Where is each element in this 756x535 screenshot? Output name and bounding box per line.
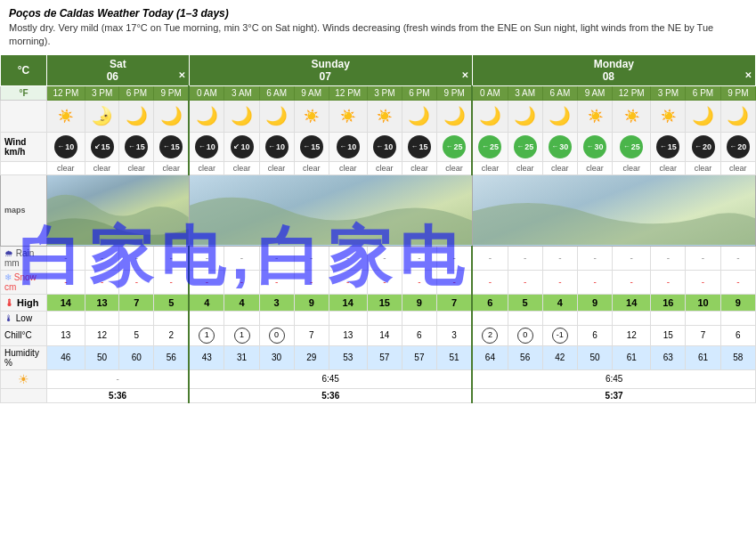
time-sun-7: 9 PM (436, 85, 472, 100)
rain-sun-7: - (436, 246, 472, 270)
time-sun-4: 12 PM (329, 85, 367, 100)
high-sun-7: 7 (436, 294, 472, 311)
time-sun-3: 9 AM (294, 85, 329, 100)
snow-sun-6: - (402, 270, 436, 294)
mon-expand-icon[interactable]: ✕ (744, 70, 752, 80)
chill-mon-1: 0 (508, 325, 542, 345)
rain-sun-5: - (367, 246, 402, 270)
snow-sat-3: - (154, 270, 189, 294)
wind-row: Wind km/h ←10 ↙15 ←15 ←15 ←10 ↙10 ←10 ←1… (1, 132, 756, 161)
icon-sun-4: ☀️ (329, 100, 367, 132)
time-sun-2: 6 AM (259, 85, 294, 100)
snow-sun-5: - (367, 270, 402, 294)
high-sat-0: 14 (47, 294, 85, 311)
chill-mon-5: 15 (651, 325, 686, 345)
hum-mon-1: 56 (508, 345, 542, 369)
time-mon-4: 12 PM (613, 85, 651, 100)
chill-row: Chill°C 13 12 5 2 1 1 0 7 13 14 6 3 2 (1, 325, 756, 345)
hum-sun-1: 31 (224, 345, 259, 369)
sky-sun-4: clear (329, 161, 367, 174)
wind-sun-0: ←10 (189, 132, 224, 161)
fahrenheit-toggle[interactable]: °F (1, 85, 47, 100)
weather-table: °C Sat 06 ✕ Sunday 07 ✕ Monday 08 ✕ °F (0, 54, 756, 403)
time-sat-1: 3 PM (85, 85, 119, 100)
mon-sunrise: 5:37 (472, 388, 755, 402)
high-mon-0: 6 (472, 294, 508, 311)
wind-sun-5: ←10 (367, 132, 402, 161)
low-sun-3 (294, 311, 329, 325)
time-mon-3: 9 AM (577, 85, 612, 100)
rain-mon-0: - (472, 246, 508, 270)
sky-mon-5: clear (651, 161, 686, 174)
chill-sun-2: 0 (259, 325, 294, 345)
rain-mon-6: - (686, 246, 720, 270)
snow-mon-5: - (651, 270, 686, 294)
hum-sun-0: 43 (189, 345, 224, 369)
mon-header: Monday 08 ✕ (472, 54, 755, 85)
snow-sun-4: - (329, 270, 367, 294)
low-sun-7 (436, 311, 472, 325)
map-sat (47, 174, 190, 246)
high-sun-3: 9 (294, 294, 329, 311)
snow-mon-7: - (720, 270, 755, 294)
high-sun-1: 4 (224, 294, 259, 311)
high-row: 🌡 High 14 13 7 5 4 4 3 9 14 15 9 7 6 5 4… (1, 294, 756, 311)
sat-expand-icon[interactable]: ✕ (178, 70, 185, 80)
chill-mon-3: 6 (577, 325, 612, 345)
icon-mon-2: 🌙 (542, 100, 577, 132)
sun-expand-icon[interactable]: ✕ (461, 70, 468, 80)
time-mon-1: 3 AM (508, 85, 542, 100)
sky-mon-0: clear (472, 161, 508, 174)
high-mon-3: 9 (577, 294, 612, 311)
snow-sat-1: - (85, 270, 119, 294)
rain-sun-0: - (189, 246, 224, 270)
chill-sat-3: 2 (154, 325, 189, 345)
high-sun-2: 3 (259, 294, 294, 311)
time-row: °F 12 PM 3 PM 6 PM 9 PM 0 AM 3 AM 6 AM 9… (1, 85, 756, 100)
sun-header: Sunday 07 ✕ (189, 54, 472, 85)
wind-mon-0: ←25 (472, 132, 508, 161)
wind-mon-2: ←30 (542, 132, 577, 161)
icon-mon-3: ☀️ (577, 100, 612, 132)
sun-sunrise: 5:36 (189, 388, 472, 402)
sky-sun-1: clear (224, 161, 259, 174)
high-sun-4: 14 (329, 294, 367, 311)
chill-sun-5: 14 (367, 325, 402, 345)
icon-sun-2: 🌙 (259, 100, 294, 132)
wind-mon-3: ←30 (577, 132, 612, 161)
low-mon-7 (720, 311, 755, 325)
sunrise-icon-label: ☀ (1, 369, 47, 388)
chill-mon-2: -1 (542, 325, 577, 345)
low-row: 🌡 Low (1, 311, 756, 325)
rain-sat-1: - (85, 246, 119, 270)
rain-mon-2: - (542, 246, 577, 270)
rain-sun-1: - (224, 246, 259, 270)
time-mon-6: 6 PM (686, 85, 720, 100)
high-sat-2: 7 (119, 294, 154, 311)
sky-sat-0: clear (47, 161, 85, 174)
low-mon-2 (542, 311, 577, 325)
sunrise-icon: ☀ (18, 372, 29, 386)
icon-sun-3: ☀️ (294, 100, 329, 132)
time-sun-1: 3 AM (224, 85, 259, 100)
icon-mon-1: 🌙 (508, 100, 542, 132)
sky-label-col (1, 161, 47, 174)
low-sat-2 (119, 311, 154, 325)
sky-row: clear clear clear clear clear clear clea… (1, 161, 756, 174)
hum-sat-0: 46 (47, 345, 85, 369)
rain-sun-2: - (259, 246, 294, 270)
chill-sun-7: 3 (436, 325, 472, 345)
rain-sat-2: - (119, 246, 154, 270)
sunrise-mon-time: 6:45 (472, 369, 755, 388)
sky-sat-3: clear (154, 161, 189, 174)
sky-sat-1: clear (85, 161, 119, 174)
hum-sun-7: 51 (436, 345, 472, 369)
high-sun-6: 9 (402, 294, 436, 311)
time-mon-7: 9 PM (720, 85, 755, 100)
icon-sun-5: ☀️ (367, 100, 402, 132)
sunrise-sat-dash: - (47, 369, 190, 388)
low-mon-1 (508, 311, 542, 325)
sky-mon-4: clear (613, 161, 651, 174)
icon-sat-2: 🌙 (119, 100, 154, 132)
low-mon-4 (613, 311, 651, 325)
